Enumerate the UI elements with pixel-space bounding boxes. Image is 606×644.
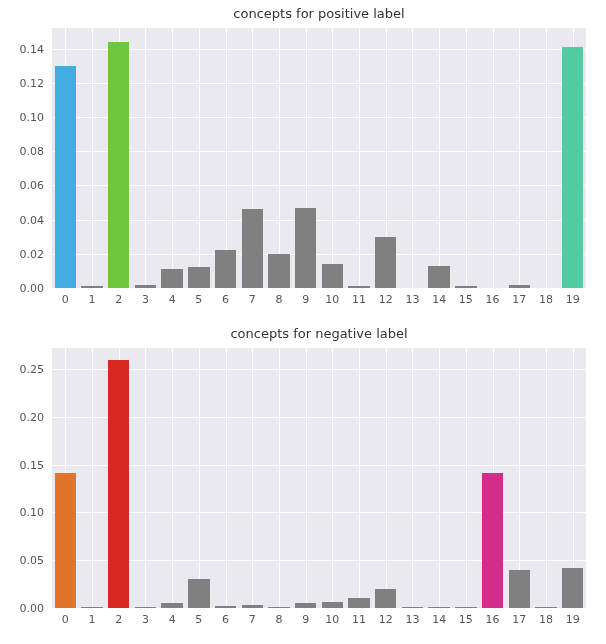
x-tick-label: 2 xyxy=(115,288,122,306)
y-tick-label: 0.04 xyxy=(20,213,53,226)
x-tick-label: 4 xyxy=(169,288,176,306)
figure: concepts for positive label 0.000.020.04… xyxy=(0,0,606,644)
gridline-vertical xyxy=(226,348,227,608)
x-tick-label: 13 xyxy=(405,608,419,626)
bar xyxy=(348,598,369,608)
x-tick-label: 16 xyxy=(486,288,500,306)
gridline-vertical xyxy=(279,348,280,608)
x-tick-label: 5 xyxy=(195,288,202,306)
chart-positive: concepts for positive label 0.000.020.04… xyxy=(52,28,586,288)
bar xyxy=(375,237,396,288)
bar xyxy=(108,360,129,608)
y-tick-label: 0.00 xyxy=(20,602,53,615)
gridline-horizontal xyxy=(52,151,586,152)
x-tick-label: 11 xyxy=(352,288,366,306)
y-tick-label: 0.06 xyxy=(20,179,53,192)
gridline-horizontal xyxy=(52,369,586,370)
x-tick-label: 4 xyxy=(169,608,176,626)
x-tick-label: 1 xyxy=(89,608,96,626)
gridline-vertical xyxy=(439,348,440,608)
gridline-vertical xyxy=(145,348,146,608)
y-tick-label: 0.20 xyxy=(20,410,53,423)
chart-title: concepts for positive label xyxy=(52,6,586,21)
gridline-vertical xyxy=(359,28,360,288)
y-tick-label: 0.00 xyxy=(20,282,53,295)
x-tick-label: 19 xyxy=(566,608,580,626)
gridline-vertical xyxy=(332,28,333,288)
bar xyxy=(322,264,343,288)
bar xyxy=(509,570,530,608)
gridline-horizontal xyxy=(52,288,586,289)
chart-negative: concepts for negative label 0.000.050.10… xyxy=(52,348,586,608)
gridline-vertical xyxy=(172,28,173,288)
gridline-vertical xyxy=(466,28,467,288)
x-tick-label: 13 xyxy=(405,288,419,306)
x-tick-label: 2 xyxy=(115,608,122,626)
y-tick-label: 0.25 xyxy=(20,363,53,376)
y-tick-label: 0.10 xyxy=(20,110,53,123)
x-tick-label: 9 xyxy=(302,288,309,306)
bar xyxy=(55,66,76,288)
bar xyxy=(215,250,236,288)
chart-title: concepts for negative label xyxy=(52,326,586,341)
gridline-vertical xyxy=(145,28,146,288)
gridline-vertical xyxy=(439,28,440,288)
gridline-horizontal xyxy=(52,49,586,50)
x-tick-label: 15 xyxy=(459,608,473,626)
bar xyxy=(161,269,182,288)
x-tick-label: 17 xyxy=(512,608,526,626)
gridline-horizontal xyxy=(52,254,586,255)
bar xyxy=(295,208,316,288)
x-tick-label: 10 xyxy=(325,608,339,626)
x-tick-label: 18 xyxy=(539,608,553,626)
bar xyxy=(55,473,76,608)
bar xyxy=(428,266,449,288)
x-tick-label: 5 xyxy=(195,608,202,626)
x-tick-label: 14 xyxy=(432,288,446,306)
x-tick-label: 8 xyxy=(275,288,282,306)
y-tick-label: 0.08 xyxy=(20,145,53,158)
x-tick-label: 7 xyxy=(249,288,256,306)
gridline-vertical xyxy=(92,28,93,288)
x-tick-label: 17 xyxy=(512,288,526,306)
gridline-horizontal xyxy=(52,608,586,609)
gridline-vertical xyxy=(279,28,280,288)
gridline-vertical xyxy=(546,28,547,288)
gridline-vertical xyxy=(306,348,307,608)
gridline-vertical xyxy=(386,348,387,608)
bar xyxy=(482,473,503,608)
x-tick-label: 14 xyxy=(432,608,446,626)
gridline-horizontal xyxy=(52,220,586,221)
x-tick-label: 19 xyxy=(566,288,580,306)
x-tick-label: 8 xyxy=(275,608,282,626)
gridline-horizontal xyxy=(52,117,586,118)
bar xyxy=(268,254,289,288)
x-tick-label: 12 xyxy=(379,608,393,626)
gridline-vertical xyxy=(199,28,200,288)
y-tick-label: 0.05 xyxy=(20,554,53,567)
bar xyxy=(562,568,583,608)
gridline-horizontal xyxy=(52,512,586,513)
x-tick-label: 1 xyxy=(89,288,96,306)
x-tick-label: 6 xyxy=(222,288,229,306)
gridline-vertical xyxy=(493,28,494,288)
bar xyxy=(188,267,209,288)
gridline-horizontal xyxy=(52,417,586,418)
x-tick-label: 3 xyxy=(142,608,149,626)
bar xyxy=(188,579,209,608)
x-tick-label: 3 xyxy=(142,288,149,306)
gridline-vertical xyxy=(332,348,333,608)
x-tick-label: 16 xyxy=(486,608,500,626)
gridline-vertical xyxy=(172,348,173,608)
x-tick-label: 6 xyxy=(222,608,229,626)
plot-background xyxy=(52,28,586,288)
y-tick-label: 0.12 xyxy=(20,76,53,89)
bar xyxy=(562,47,583,288)
y-tick-label: 0.14 xyxy=(20,42,53,55)
gridline-vertical xyxy=(412,28,413,288)
gridline-vertical xyxy=(226,28,227,288)
gridline-vertical xyxy=(359,348,360,608)
y-tick-label: 0.15 xyxy=(20,458,53,471)
gridline-vertical xyxy=(412,348,413,608)
gridline-vertical xyxy=(546,348,547,608)
